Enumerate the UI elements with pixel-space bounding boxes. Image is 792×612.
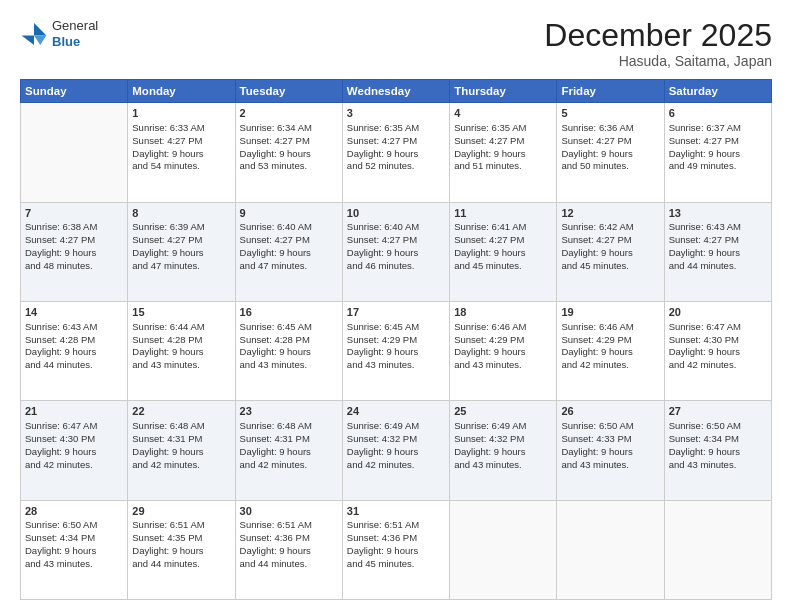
day-info: Sunset: 4:32 PM	[454, 433, 552, 446]
day-number: 10	[347, 206, 445, 221]
calendar-cell	[21, 103, 128, 202]
day-info: Daylight: 9 hours	[454, 247, 552, 260]
day-info: and 43 minutes.	[347, 359, 445, 372]
day-info: Sunrise: 6:35 AM	[347, 122, 445, 135]
calendar-cell: 18Sunrise: 6:46 AMSunset: 4:29 PMDayligh…	[450, 301, 557, 400]
day-info: Sunrise: 6:36 AM	[561, 122, 659, 135]
day-info: and 48 minutes.	[25, 260, 123, 273]
day-info: Sunrise: 6:45 AM	[240, 321, 338, 334]
calendar-cell: 30Sunrise: 6:51 AMSunset: 4:36 PMDayligh…	[235, 500, 342, 599]
day-number: 1	[132, 106, 230, 121]
day-info: and 42 minutes.	[347, 459, 445, 472]
col-sunday: Sunday	[21, 80, 128, 103]
day-info: and 45 minutes.	[347, 558, 445, 571]
day-number: 12	[561, 206, 659, 221]
day-info: Sunset: 4:27 PM	[347, 135, 445, 148]
day-info: Sunrise: 6:48 AM	[240, 420, 338, 433]
day-info: Sunrise: 6:49 AM	[454, 420, 552, 433]
logo-general: General	[52, 18, 98, 34]
day-info: Daylight: 9 hours	[561, 247, 659, 260]
calendar-cell: 20Sunrise: 6:47 AMSunset: 4:30 PMDayligh…	[664, 301, 771, 400]
calendar-cell: 4Sunrise: 6:35 AMSunset: 4:27 PMDaylight…	[450, 103, 557, 202]
day-number: 23	[240, 404, 338, 419]
svg-marker-0	[34, 23, 46, 35]
day-info: Sunrise: 6:47 AM	[25, 420, 123, 433]
calendar-cell: 23Sunrise: 6:48 AMSunset: 4:31 PMDayligh…	[235, 401, 342, 500]
day-info: Sunrise: 6:50 AM	[669, 420, 767, 433]
calendar-cell	[557, 500, 664, 599]
day-info: Sunrise: 6:46 AM	[454, 321, 552, 334]
day-info: Sunrise: 6:45 AM	[347, 321, 445, 334]
day-info: Daylight: 9 hours	[25, 545, 123, 558]
day-info: Sunrise: 6:51 AM	[240, 519, 338, 532]
day-info: Sunrise: 6:39 AM	[132, 221, 230, 234]
calendar-cell: 21Sunrise: 6:47 AMSunset: 4:30 PMDayligh…	[21, 401, 128, 500]
day-info: and 44 minutes.	[669, 260, 767, 273]
day-info: Daylight: 9 hours	[454, 148, 552, 161]
day-info: and 44 minutes.	[25, 359, 123, 372]
calendar-week-5: 28Sunrise: 6:50 AMSunset: 4:34 PMDayligh…	[21, 500, 772, 599]
day-info: Sunrise: 6:47 AM	[669, 321, 767, 334]
day-info: and 46 minutes.	[347, 260, 445, 273]
day-info: Daylight: 9 hours	[25, 446, 123, 459]
calendar-table: Sunday Monday Tuesday Wednesday Thursday…	[20, 79, 772, 600]
calendar-week-4: 21Sunrise: 6:47 AMSunset: 4:30 PMDayligh…	[21, 401, 772, 500]
day-info: Sunset: 4:27 PM	[132, 135, 230, 148]
day-info: and 42 minutes.	[561, 359, 659, 372]
day-number: 31	[347, 504, 445, 519]
calendar-cell: 19Sunrise: 6:46 AMSunset: 4:29 PMDayligh…	[557, 301, 664, 400]
day-info: Daylight: 9 hours	[561, 148, 659, 161]
calendar-week-1: 1Sunrise: 6:33 AMSunset: 4:27 PMDaylight…	[21, 103, 772, 202]
day-info: Daylight: 9 hours	[132, 247, 230, 260]
day-info: and 42 minutes.	[669, 359, 767, 372]
page: General Blue December 2025 Hasuda, Saita…	[0, 0, 792, 612]
day-number: 17	[347, 305, 445, 320]
day-info: and 45 minutes.	[454, 260, 552, 273]
day-info: Daylight: 9 hours	[132, 545, 230, 558]
day-number: 22	[132, 404, 230, 419]
calendar-cell: 13Sunrise: 6:43 AMSunset: 4:27 PMDayligh…	[664, 202, 771, 301]
day-number: 2	[240, 106, 338, 121]
day-number: 13	[669, 206, 767, 221]
day-info: Daylight: 9 hours	[669, 247, 767, 260]
day-info: Sunrise: 6:38 AM	[25, 221, 123, 234]
calendar-week-2: 7Sunrise: 6:38 AMSunset: 4:27 PMDaylight…	[21, 202, 772, 301]
day-info: Daylight: 9 hours	[240, 346, 338, 359]
calendar-cell: 17Sunrise: 6:45 AMSunset: 4:29 PMDayligh…	[342, 301, 449, 400]
day-info: Sunset: 4:27 PM	[561, 135, 659, 148]
day-info: Daylight: 9 hours	[454, 446, 552, 459]
calendar-cell: 9Sunrise: 6:40 AMSunset: 4:27 PMDaylight…	[235, 202, 342, 301]
calendar-cell: 27Sunrise: 6:50 AMSunset: 4:34 PMDayligh…	[664, 401, 771, 500]
title-block: December 2025 Hasuda, Saitama, Japan	[544, 18, 772, 69]
col-wednesday: Wednesday	[342, 80, 449, 103]
day-info: and 47 minutes.	[240, 260, 338, 273]
day-info: Sunset: 4:27 PM	[454, 234, 552, 247]
month-title: December 2025	[544, 18, 772, 53]
day-info: Daylight: 9 hours	[669, 346, 767, 359]
col-thursday: Thursday	[450, 80, 557, 103]
day-number: 4	[454, 106, 552, 121]
day-info: and 43 minutes.	[132, 359, 230, 372]
day-number: 15	[132, 305, 230, 320]
day-info: Sunrise: 6:37 AM	[669, 122, 767, 135]
logo-icon	[20, 20, 48, 48]
day-number: 20	[669, 305, 767, 320]
day-number: 26	[561, 404, 659, 419]
day-info: Sunrise: 6:51 AM	[132, 519, 230, 532]
day-info: Daylight: 9 hours	[561, 346, 659, 359]
day-number: 16	[240, 305, 338, 320]
day-info: and 54 minutes.	[132, 160, 230, 173]
col-tuesday: Tuesday	[235, 80, 342, 103]
day-info: Daylight: 9 hours	[669, 446, 767, 459]
day-info: and 43 minutes.	[669, 459, 767, 472]
day-info: Daylight: 9 hours	[132, 346, 230, 359]
day-info: and 51 minutes.	[454, 160, 552, 173]
day-number: 24	[347, 404, 445, 419]
day-info: and 50 minutes.	[561, 160, 659, 173]
day-info: Sunrise: 6:44 AM	[132, 321, 230, 334]
calendar-cell: 5Sunrise: 6:36 AMSunset: 4:27 PMDaylight…	[557, 103, 664, 202]
day-info: Sunrise: 6:42 AM	[561, 221, 659, 234]
day-number: 7	[25, 206, 123, 221]
day-info: Sunrise: 6:43 AM	[25, 321, 123, 334]
calendar-cell: 10Sunrise: 6:40 AMSunset: 4:27 PMDayligh…	[342, 202, 449, 301]
